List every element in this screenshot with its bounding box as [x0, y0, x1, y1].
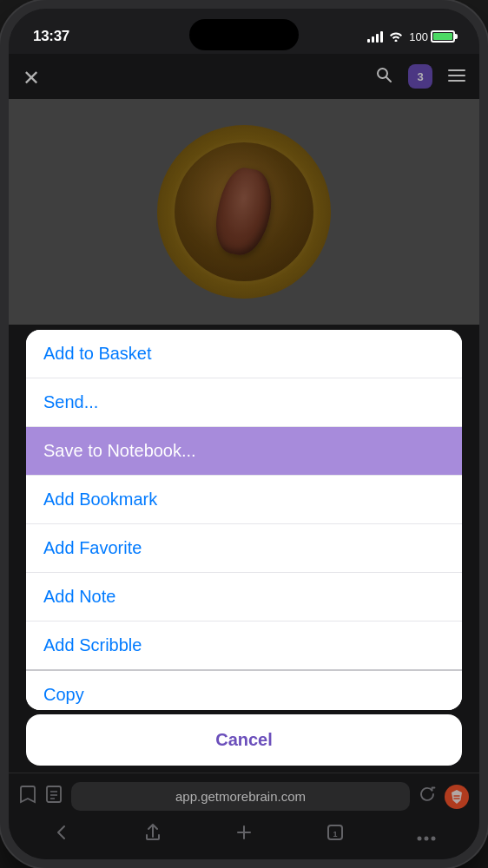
menu-item-add-to-basket[interactable]: Add to Basket: [26, 330, 462, 378]
cancel-button[interactable]: Cancel: [26, 714, 462, 766]
menu-item-add-scribble-label: Add Scribble: [43, 635, 142, 654]
cancel-button-container: Cancel: [26, 714, 462, 766]
menu-item-add-bookmark-label: Add Bookmark: [43, 490, 157, 509]
menu-item-send-label: Send...: [43, 392, 98, 411]
menu-item-add-to-basket-label: Add to Basket: [43, 344, 152, 363]
battery-container: 100: [409, 30, 455, 43]
menu-item-add-bookmark[interactable]: Add Bookmark: [26, 476, 462, 524]
status-time: 13:37: [33, 28, 69, 45]
menu-item-add-note-label: Add Note: [43, 587, 115, 606]
menu-item-copy[interactable]: Copy: [26, 671, 462, 710]
menu-item-save-to-notebook-label: Save to Notebook...: [43, 441, 196, 460]
menu-item-save-to-notebook[interactable]: Save to Notebook...: [26, 427, 462, 476]
browser-content: 3 ✕ A: [9, 54, 479, 859]
menu-item-add-favorite-label: Add Favorite: [43, 538, 142, 557]
menu-item-copy-label: Copy: [43, 685, 84, 704]
battery-fill: [433, 33, 452, 40]
menu-item-add-favorite[interactable]: Add Favorite: [26, 524, 462, 573]
signal-bars-icon: [367, 30, 383, 43]
phone-frame: 13:37 100: [0, 0, 488, 868]
battery-level: 100: [409, 30, 428, 43]
wifi-icon: [388, 30, 404, 44]
battery-icon: [431, 30, 455, 43]
menu-item-send[interactable]: Send...: [26, 378, 462, 427]
dynamic-island: [189, 19, 299, 50]
menu-item-add-note[interactable]: Add Note: [26, 573, 462, 621]
context-menu: Add to Basket Send... Save to Notebook..…: [26, 330, 462, 710]
status-right: 100: [367, 30, 455, 44]
menu-item-add-scribble[interactable]: Add Scribble: [26, 621, 462, 670]
